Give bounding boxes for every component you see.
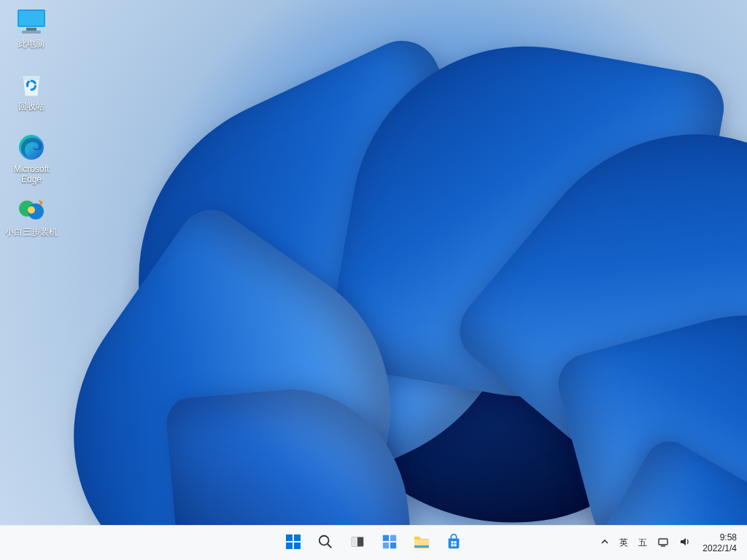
desktop-icon-recycle-bin[interactable]: 回收站 bbox=[4, 67, 58, 130]
desktop-icon-this-pc[interactable]: 此电脑 bbox=[4, 4, 58, 67]
desktop-icon-label: 回收站 bbox=[18, 102, 44, 112]
desktop-icons: 此电脑 回收站 bbox=[4, 4, 63, 255]
ime-mode-button[interactable]: 五 bbox=[634, 529, 651, 558]
svg-rect-25 bbox=[454, 544, 456, 546]
svg-rect-11 bbox=[294, 542, 301, 549]
ime-mode-label: 五 bbox=[638, 537, 647, 549]
desktop[interactable]: 此电脑 回收站 bbox=[0, 0, 747, 525]
svg-rect-24 bbox=[451, 544, 453, 546]
tray-overflow-button[interactable] bbox=[596, 529, 614, 558]
start-button[interactable] bbox=[279, 529, 308, 558]
widgets-icon bbox=[382, 534, 398, 553]
recycle-bin-icon bbox=[15, 70, 47, 99]
store-icon bbox=[446, 534, 462, 553]
edge-icon bbox=[15, 133, 47, 162]
task-view-icon bbox=[349, 534, 365, 553]
installer-icon bbox=[15, 195, 47, 225]
clock-time: 9:58 bbox=[720, 532, 737, 543]
widgets-button[interactable] bbox=[375, 529, 404, 558]
svg-rect-21 bbox=[414, 545, 429, 548]
svg-rect-15 bbox=[352, 537, 357, 546]
desktop-icon-label: Microsoft Edge bbox=[14, 165, 50, 185]
search-icon bbox=[317, 534, 333, 553]
task-view-button[interactable] bbox=[343, 529, 372, 558]
desktop-icon-label: 小白三步装机 bbox=[5, 228, 58, 238]
svg-rect-23 bbox=[454, 541, 456, 543]
svg-rect-3 bbox=[22, 31, 41, 34]
svg-rect-2 bbox=[26, 28, 36, 31]
volume-icon bbox=[679, 536, 691, 550]
svg-rect-17 bbox=[390, 534, 396, 540]
svg-point-7 bbox=[28, 206, 35, 214]
desktop-icon-xiaobai[interactable]: 小白三步装机 bbox=[4, 192, 58, 255]
svg-rect-18 bbox=[383, 542, 389, 548]
svg-point-12 bbox=[320, 535, 329, 545]
svg-rect-9 bbox=[294, 534, 301, 541]
clock-button[interactable]: 9:58 2022/1/4 bbox=[697, 529, 743, 558]
svg-rect-10 bbox=[286, 542, 293, 549]
chevron-up-icon bbox=[600, 537, 609, 548]
clock-date: 2022/1/4 bbox=[703, 543, 737, 554]
network-button[interactable] bbox=[653, 529, 673, 558]
svg-rect-26 bbox=[659, 539, 667, 545]
monitor-icon bbox=[15, 7, 47, 36]
svg-rect-16 bbox=[383, 534, 389, 540]
ime-language-label: 英 bbox=[619, 537, 628, 549]
ime-language-button[interactable]: 英 bbox=[615, 529, 632, 558]
system-tray: 英 五 9:58 2022/1/4 bbox=[596, 526, 743, 561]
svg-line-13 bbox=[328, 543, 332, 548]
svg-rect-19 bbox=[390, 542, 396, 548]
folder-icon bbox=[413, 534, 430, 553]
file-explorer-button[interactable] bbox=[407, 529, 436, 558]
svg-rect-22 bbox=[451, 541, 453, 543]
network-icon bbox=[657, 536, 669, 550]
taskbar-center bbox=[279, 529, 468, 558]
svg-rect-1 bbox=[19, 11, 44, 26]
svg-rect-8 bbox=[286, 534, 293, 541]
wallpaper-bloom bbox=[131, 29, 747, 525]
desktop-icon-label: 此电脑 bbox=[18, 39, 44, 50]
store-button[interactable] bbox=[439, 529, 468, 558]
search-button[interactable] bbox=[311, 529, 340, 558]
taskbar: 英 五 9:58 2022/1/4 bbox=[0, 525, 747, 560]
windows-icon bbox=[285, 533, 302, 553]
volume-button[interactable] bbox=[675, 529, 695, 558]
desktop-icon-edge[interactable]: Microsoft Edge bbox=[4, 130, 58, 192]
